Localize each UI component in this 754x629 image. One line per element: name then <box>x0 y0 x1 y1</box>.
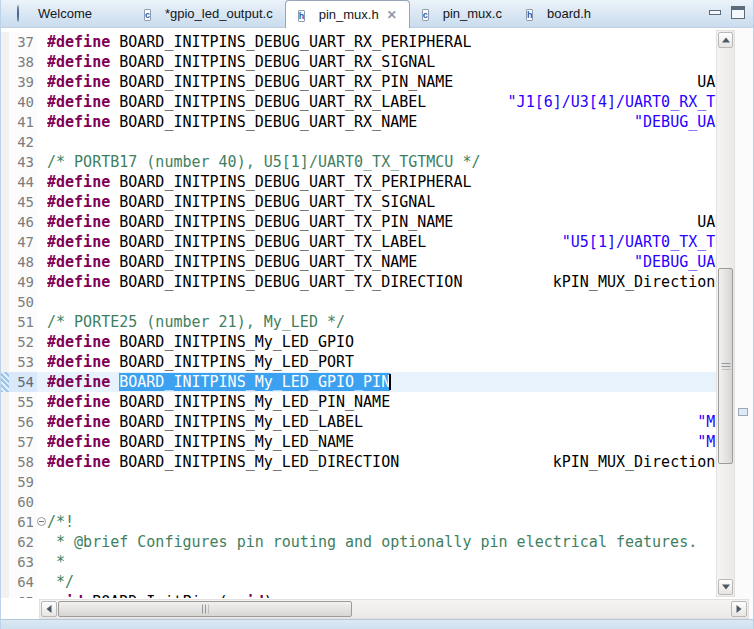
minimize-view-icon[interactable] <box>708 6 721 19</box>
line-number[interactable]: 61 <box>9 512 37 532</box>
annotation-ruler-cell[interactable] <box>1 232 9 252</box>
annotation-ruler-cell[interactable] <box>1 72 9 92</box>
line-number[interactable]: 40 <box>9 92 37 112</box>
annotation-ruler-cell[interactable] <box>1 552 9 572</box>
code-line-58[interactable]: 58#define BOARD_INITPINS_My_LED_DIRECTIO… <box>1 452 716 472</box>
annotation-ruler-cell[interactable] <box>1 472 9 492</box>
occurrence-marker[interactable] <box>738 408 748 416</box>
code-line-44[interactable]: 44#define BOARD_INITPINS_DEBUG_UART_TX_P… <box>1 172 716 192</box>
code-line-37[interactable]: 37#define BOARD_INITPINS_DEBUG_UART_RX_P… <box>1 32 716 52</box>
code-line-39[interactable]: 39#define BOARD_INITPINS_DEBUG_UART_RX_P… <box>1 72 716 92</box>
annotation-range-marker[interactable] <box>1 372 9 392</box>
line-number[interactable]: 63 <box>9 552 37 572</box>
code-line-48[interactable]: 48#define BOARD_INITPINS_DEBUG_UART_TX_N… <box>1 252 716 272</box>
line-number[interactable]: 42 <box>9 132 37 152</box>
annotation-ruler-cell[interactable] <box>1 412 9 432</box>
tab-pin-mux-h[interactable]: h pin_mux.h ✕ <box>285 0 410 28</box>
code-line-47[interactable]: 47#define BOARD_INITPINS_DEBUG_UART_TX_L… <box>1 232 716 252</box>
annotation-ruler-cell[interactable] <box>1 172 9 192</box>
code-line-52[interactable]: 52#define BOARD_INITPINS_My_LED_GPIO GPI… <box>1 332 716 352</box>
code-line-38[interactable]: 38#define BOARD_INITPINS_DEBUG_UART_RX_S… <box>1 52 716 72</box>
code-line-62[interactable]: 62 * @brief Configures pin routing and o… <box>1 532 716 552</box>
scroll-up-icon[interactable] <box>718 32 733 48</box>
line-number[interactable]: 49 <box>9 272 37 292</box>
vertical-scrollbar-thumb[interactable] <box>718 268 733 464</box>
code-line-43[interactable]: 43/* PORTB17 (number 40), U5[1]/UART0_TX… <box>1 152 716 172</box>
annotation-ruler-cell[interactable] <box>1 212 9 232</box>
line-number[interactable]: 62 <box>9 532 37 552</box>
annotation-ruler-cell[interactable] <box>1 512 9 532</box>
line-number[interactable]: 50 <box>9 292 37 312</box>
vertical-scrollbar[interactable] <box>716 30 735 597</box>
line-number[interactable]: 55 <box>9 392 37 412</box>
line-number[interactable]: 51 <box>9 312 37 332</box>
annotation-ruler-cell[interactable] <box>1 132 9 152</box>
annotation-ruler-cell[interactable] <box>1 252 9 272</box>
horizontal-scrollbar-thumb[interactable] <box>58 601 352 617</box>
annotation-ruler-cell[interactable] <box>1 432 9 452</box>
annotation-ruler-cell[interactable] <box>1 392 9 412</box>
annotation-ruler-cell[interactable] <box>1 352 9 372</box>
code-line-61[interactable]: 61/*! <box>1 512 716 532</box>
code-line-65[interactable]: 65void BOARD_InitPins(void); <box>1 592 716 598</box>
annotation-ruler-cell[interactable] <box>1 312 9 332</box>
code-line-40[interactable]: 40#define BOARD_INITPINS_DEBUG_UART_RX_L… <box>1 92 716 112</box>
annotation-ruler-cell[interactable] <box>1 332 9 352</box>
line-number[interactable]: 48 <box>9 252 37 272</box>
close-icon[interactable]: ✕ <box>387 9 397 21</box>
tab-welcome[interactable]: Welcome <box>5 0 104 27</box>
line-number[interactable]: 46 <box>9 212 37 232</box>
maximize-view-icon[interactable] <box>731 6 745 19</box>
line-number[interactable]: 44 <box>9 172 37 192</box>
scroll-down-icon[interactable] <box>718 579 733 595</box>
line-number[interactable]: 41 <box>9 112 37 132</box>
line-number[interactable]: 64 <box>9 572 37 592</box>
line-number[interactable]: 47 <box>9 232 37 252</box>
tab-pin-mux-c[interactable]: c pin_mux.c <box>410 0 514 27</box>
tab-board-h[interactable]: h board.h <box>514 0 603 27</box>
line-number[interactable]: 39 <box>9 72 37 92</box>
annotation-ruler-cell[interactable] <box>1 572 9 592</box>
annotation-ruler-cell[interactable] <box>1 532 9 552</box>
scroll-right-icon[interactable] <box>731 601 747 617</box>
scroll-left-icon[interactable] <box>41 601 57 617</box>
code-line-42[interactable]: 42 <box>1 132 716 152</box>
code-line-63[interactable]: 63 * <box>1 552 716 572</box>
line-number[interactable]: 54 <box>9 372 37 392</box>
code-line-50[interactable]: 50 <box>1 292 716 312</box>
annotation-ruler-cell[interactable] <box>1 152 9 172</box>
code-line-55[interactable]: 55#define BOARD_INITPINS_My_LED_PIN_NAME… <box>1 392 716 412</box>
annotation-ruler-cell[interactable] <box>1 112 9 132</box>
line-number[interactable]: 65 <box>9 592 37 598</box>
line-number[interactable]: 59 <box>9 472 37 492</box>
line-number[interactable]: 37 <box>9 32 37 52</box>
line-number[interactable]: 43 <box>9 152 37 172</box>
line-number[interactable]: 58 <box>9 452 37 472</box>
annotation-ruler-cell[interactable] <box>1 32 9 52</box>
line-number[interactable]: 60 <box>9 492 37 512</box>
code-line-60[interactable]: 60 <box>1 492 716 512</box>
code-line-49[interactable]: 49#define BOARD_INITPINS_DEBUG_UART_TX_D… <box>1 272 716 292</box>
annotation-ruler-cell[interactable] <box>1 272 9 292</box>
code-line-56[interactable]: 56#define BOARD_INITPINS_My_LED_LABEL "M… <box>1 412 716 432</box>
annotation-ruler-cell[interactable] <box>1 192 9 212</box>
line-number[interactable]: 56 <box>9 412 37 432</box>
line-number[interactable]: 38 <box>9 52 37 72</box>
code-line-57[interactable]: 57#define BOARD_INITPINS_My_LED_NAME "My… <box>1 432 716 452</box>
code-viewport[interactable]: 37#define BOARD_INITPINS_DEBUG_UART_RX_P… <box>1 28 716 598</box>
code-line-64[interactable]: 64 */ <box>1 572 716 592</box>
annotation-ruler-cell[interactable] <box>1 292 9 312</box>
code-line-54[interactable]: 54#define BOARD_INITPINS_My_LED_GPIO_PIN… <box>1 372 716 392</box>
annotation-ruler-cell[interactable] <box>1 592 9 598</box>
annotation-ruler-cell[interactable] <box>1 492 9 512</box>
code-line-51[interactable]: 51/* PORTE25 (number 21), My_LED */ <box>1 312 716 332</box>
code-line-59[interactable]: 59 <box>1 472 716 492</box>
tab-gpio-led-output-c[interactable]: c *gpio_led_output.c <box>132 0 285 27</box>
line-number[interactable]: 53 <box>9 352 37 372</box>
line-number[interactable]: 52 <box>9 332 37 352</box>
annotation-ruler-cell[interactable] <box>1 52 9 72</box>
horizontal-scrollbar[interactable] <box>39 599 749 619</box>
annotation-ruler-cell[interactable] <box>1 452 9 472</box>
fold-collapse-icon[interactable] <box>37 517 46 526</box>
line-number[interactable]: 57 <box>9 432 37 452</box>
